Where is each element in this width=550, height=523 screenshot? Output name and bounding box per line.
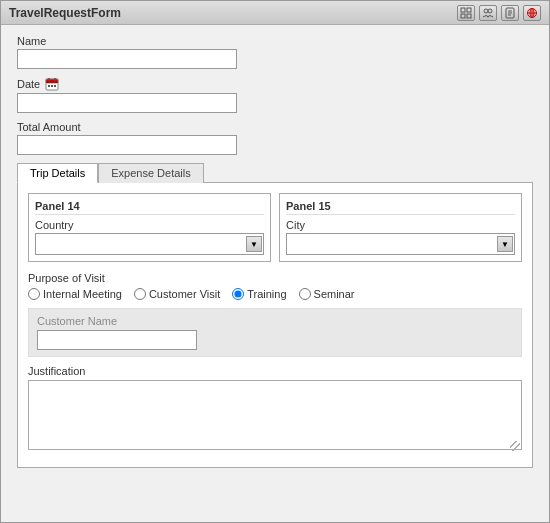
panel-14: Panel 14 Country ▼ (28, 193, 271, 262)
window-title: TravelRequestForm (9, 6, 121, 20)
radio-customer-visit[interactable]: Customer Visit (134, 288, 220, 300)
total-amount-field-group: Total Amount (17, 121, 533, 155)
radio-training-label: Training (247, 288, 286, 300)
textarea-wrapper (28, 380, 522, 453)
svg-point-4 (484, 9, 488, 13)
justification-label: Justification (28, 365, 522, 377)
radio-customer-visit-label: Customer Visit (149, 288, 220, 300)
name-input[interactable] (17, 49, 237, 69)
grid-icon-button[interactable] (457, 5, 475, 21)
radio-training-input[interactable] (232, 288, 244, 300)
customer-name-input[interactable] (37, 330, 197, 350)
radio-internal-meeting[interactable]: Internal Meeting (28, 288, 122, 300)
panels-row: Panel 14 Country ▼ Panel 15 City (28, 193, 522, 262)
svg-rect-19 (48, 85, 50, 87)
purpose-section: Purpose of Visit Internal Meeting Custom… (28, 272, 522, 300)
radio-training[interactable]: Training (232, 288, 286, 300)
date-field-group: Date (17, 77, 533, 113)
country-select[interactable] (35, 233, 264, 255)
form-body: Name Date (1, 25, 549, 478)
panel-15-title: Panel 15 (286, 200, 515, 215)
radio-internal-meeting-input[interactable] (28, 288, 40, 300)
radio-seminar-label: Seminar (314, 288, 355, 300)
city-select[interactable] (286, 233, 515, 255)
page-icon (504, 7, 516, 19)
calendar-icon[interactable] (44, 77, 60, 91)
radio-group: Internal Meeting Customer Visit Training (28, 288, 522, 300)
radio-customer-visit-input[interactable] (134, 288, 146, 300)
svg-rect-1 (467, 8, 471, 12)
svg-rect-0 (461, 8, 465, 12)
tabs-row: Trip Details Expense Details (17, 163, 533, 183)
panel-15: Panel 15 City ▼ (279, 193, 522, 262)
justification-textarea[interactable] (28, 380, 522, 450)
title-bar: TravelRequestForm (1, 1, 549, 25)
panel-14-title: Panel 14 (35, 200, 264, 215)
grid-icon (460, 7, 472, 19)
radio-internal-meeting-label: Internal Meeting (43, 288, 122, 300)
customer-name-label: Customer Name (37, 315, 513, 327)
tab-trip-details[interactable]: Trip Details (17, 163, 98, 183)
svg-rect-20 (51, 85, 53, 87)
svg-rect-2 (461, 14, 465, 18)
customer-section: Customer Name (28, 308, 522, 357)
justification-section: Justification (28, 365, 522, 453)
radio-seminar[interactable]: Seminar (299, 288, 355, 300)
calendar-svg (45, 77, 59, 91)
page-icon-button[interactable] (501, 5, 519, 21)
users-icon (482, 7, 494, 19)
globe-icon (526, 7, 538, 19)
tabs-container: Trip Details Expense Details Panel 14 Co… (17, 163, 533, 468)
title-bar-buttons (457, 5, 541, 21)
resize-handle[interactable] (510, 441, 520, 451)
tab-expense-details[interactable]: Expense Details (98, 163, 204, 183)
country-label: Country (35, 219, 264, 231)
svg-point-5 (488, 9, 492, 13)
city-label: City (286, 219, 515, 231)
date-label-row: Date (17, 77, 533, 91)
globe-icon-button[interactable] (523, 5, 541, 21)
radio-seminar-input[interactable] (299, 288, 311, 300)
tab-content-trip-details: Panel 14 Country ▼ Panel 15 City (17, 182, 533, 468)
date-input[interactable] (17, 93, 237, 113)
name-field-group: Name (17, 35, 533, 69)
main-window: TravelRequestForm (0, 0, 550, 523)
svg-rect-3 (467, 14, 471, 18)
purpose-label: Purpose of Visit (28, 272, 522, 284)
country-select-wrapper: ▼ (35, 233, 264, 255)
name-label: Name (17, 35, 533, 47)
svg-rect-16 (46, 81, 58, 83)
total-amount-input[interactable] (17, 135, 237, 155)
city-select-wrapper: ▼ (286, 233, 515, 255)
date-label: Date (17, 78, 40, 90)
svg-rect-21 (54, 85, 56, 87)
users-icon-button[interactable] (479, 5, 497, 21)
total-amount-label: Total Amount (17, 121, 533, 133)
